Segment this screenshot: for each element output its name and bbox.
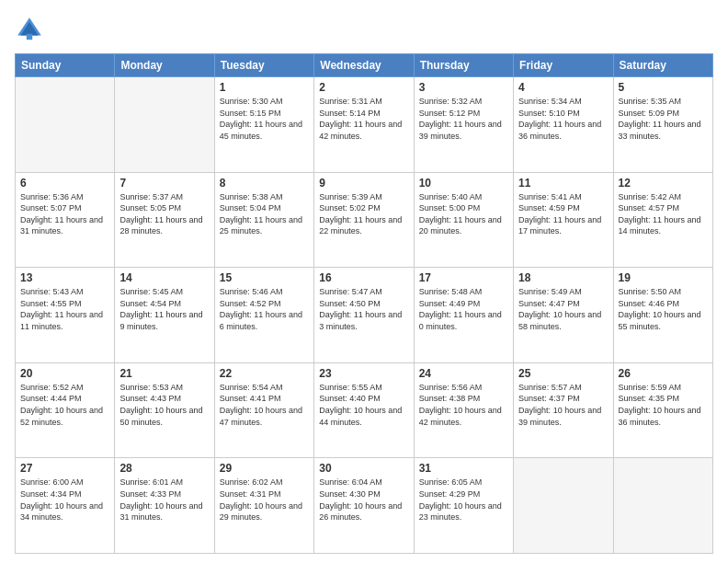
day-number: 23 xyxy=(319,367,408,380)
day-header-saturday: Saturday xyxy=(613,54,712,77)
day-number: 2 xyxy=(319,81,408,94)
day-number: 16 xyxy=(319,271,408,284)
day-number: 24 xyxy=(419,367,508,380)
calendar-cell: 15Sunrise: 5:46 AM Sunset: 4:52 PM Dayli… xyxy=(214,268,313,363)
day-number: 25 xyxy=(518,367,608,380)
day-number: 28 xyxy=(119,462,209,475)
calendar-week-row: 6Sunrise: 5:36 AM Sunset: 5:07 PM Daylig… xyxy=(16,172,713,268)
calendar-cell: 14Sunrise: 5:45 AM Sunset: 4:54 PM Dayli… xyxy=(115,268,214,363)
day-info: Sunrise: 5:41 AM Sunset: 4:59 PM Dayligh… xyxy=(518,191,608,237)
calendar-table: SundayMondayTuesdayWednesdayThursdayFrid… xyxy=(15,53,713,554)
day-number: 22 xyxy=(220,367,309,380)
day-info: Sunrise: 5:34 AM Sunset: 5:10 PM Dayligh… xyxy=(518,96,608,142)
header xyxy=(15,15,713,44)
day-number: 12 xyxy=(619,177,708,190)
day-info: Sunrise: 5:31 AM Sunset: 5:14 PM Dayligh… xyxy=(319,96,408,142)
calendar-cell: 19Sunrise: 5:50 AM Sunset: 4:46 PM Dayli… xyxy=(613,268,712,363)
day-info: Sunrise: 5:57 AM Sunset: 4:37 PM Dayligh… xyxy=(518,382,608,428)
day-info: Sunrise: 5:36 AM Sunset: 5:07 PM Dayligh… xyxy=(20,191,109,237)
day-info: Sunrise: 5:45 AM Sunset: 4:54 PM Dayligh… xyxy=(119,286,209,332)
logo-icon xyxy=(15,15,44,44)
day-info: Sunrise: 5:40 AM Sunset: 5:00 PM Dayligh… xyxy=(419,191,508,237)
calendar-cell: 5Sunrise: 5:35 AM Sunset: 5:09 PM Daylig… xyxy=(613,77,712,173)
calendar-cell: 1Sunrise: 5:30 AM Sunset: 5:15 PM Daylig… xyxy=(214,77,313,173)
day-number: 30 xyxy=(319,462,408,475)
calendar-cell: 24Sunrise: 5:56 AM Sunset: 4:38 PM Dayli… xyxy=(414,362,513,458)
calendar-cell: 21Sunrise: 5:53 AM Sunset: 4:43 PM Dayli… xyxy=(115,362,214,458)
calendar-cell: 11Sunrise: 5:41 AM Sunset: 4:59 PM Dayli… xyxy=(514,172,613,268)
logo xyxy=(15,15,48,44)
calendar-week-row: 27Sunrise: 6:00 AM Sunset: 4:34 PM Dayli… xyxy=(16,458,713,554)
day-info: Sunrise: 5:52 AM Sunset: 4:44 PM Dayligh… xyxy=(20,382,109,428)
day-header-monday: Monday xyxy=(115,54,214,77)
day-number: 19 xyxy=(619,271,708,284)
calendar-cell xyxy=(514,458,613,554)
day-info: Sunrise: 5:32 AM Sunset: 5:12 PM Dayligh… xyxy=(419,96,508,142)
day-info: Sunrise: 5:43 AM Sunset: 4:55 PM Dayligh… xyxy=(20,286,109,332)
day-info: Sunrise: 6:02 AM Sunset: 4:31 PM Dayligh… xyxy=(220,477,309,523)
calendar-cell: 6Sunrise: 5:36 AM Sunset: 5:07 PM Daylig… xyxy=(16,172,115,268)
day-number: 21 xyxy=(119,367,209,380)
calendar-cell: 17Sunrise: 5:48 AM Sunset: 4:49 PM Dayli… xyxy=(414,268,513,363)
day-header-sunday: Sunday xyxy=(16,54,115,77)
day-info: Sunrise: 5:49 AM Sunset: 4:47 PM Dayligh… xyxy=(518,286,608,332)
day-number: 4 xyxy=(518,81,608,94)
day-info: Sunrise: 5:35 AM Sunset: 5:09 PM Dayligh… xyxy=(619,96,708,142)
day-number: 18 xyxy=(518,271,608,284)
day-info: Sunrise: 6:05 AM Sunset: 4:29 PM Dayligh… xyxy=(419,477,508,523)
calendar-week-row: 1Sunrise: 5:30 AM Sunset: 5:15 PM Daylig… xyxy=(16,77,713,173)
day-number: 7 xyxy=(119,177,209,190)
day-header-thursday: Thursday xyxy=(414,54,513,77)
calendar-cell: 25Sunrise: 5:57 AM Sunset: 4:37 PM Dayli… xyxy=(514,362,613,458)
day-number: 10 xyxy=(419,177,508,190)
calendar-cell: 10Sunrise: 5:40 AM Sunset: 5:00 PM Dayli… xyxy=(414,172,513,268)
calendar-week-row: 13Sunrise: 5:43 AM Sunset: 4:55 PM Dayli… xyxy=(16,268,713,363)
calendar-cell: 16Sunrise: 5:47 AM Sunset: 4:50 PM Dayli… xyxy=(314,268,414,363)
calendar-cell: 27Sunrise: 6:00 AM Sunset: 4:34 PM Dayli… xyxy=(16,458,115,554)
day-info: Sunrise: 5:54 AM Sunset: 4:41 PM Dayligh… xyxy=(220,382,309,428)
day-info: Sunrise: 5:30 AM Sunset: 5:15 PM Dayligh… xyxy=(220,96,309,142)
calendar-cell: 2Sunrise: 5:31 AM Sunset: 5:14 PM Daylig… xyxy=(314,77,414,173)
day-number: 15 xyxy=(220,271,309,284)
day-number: 27 xyxy=(20,462,109,475)
calendar-cell: 3Sunrise: 5:32 AM Sunset: 5:12 PM Daylig… xyxy=(414,77,513,173)
day-info: Sunrise: 5:47 AM Sunset: 4:50 PM Dayligh… xyxy=(319,286,408,332)
calendar-cell: 31Sunrise: 6:05 AM Sunset: 4:29 PM Dayli… xyxy=(414,458,513,554)
day-number: 6 xyxy=(20,177,109,190)
day-number: 11 xyxy=(518,177,608,190)
day-info: Sunrise: 5:48 AM Sunset: 4:49 PM Dayligh… xyxy=(419,286,508,332)
day-header-friday: Friday xyxy=(514,54,613,77)
day-info: Sunrise: 5:50 AM Sunset: 4:46 PM Dayligh… xyxy=(619,286,708,332)
calendar-cell xyxy=(16,77,115,173)
day-header-tuesday: Tuesday xyxy=(214,54,313,77)
day-info: Sunrise: 5:53 AM Sunset: 4:43 PM Dayligh… xyxy=(119,382,209,428)
calendar-cell: 20Sunrise: 5:52 AM Sunset: 4:44 PM Dayli… xyxy=(16,362,115,458)
calendar-cell xyxy=(115,77,214,173)
day-number: 5 xyxy=(619,81,708,94)
day-info: Sunrise: 6:00 AM Sunset: 4:34 PM Dayligh… xyxy=(20,477,109,523)
calendar-cell: 9Sunrise: 5:39 AM Sunset: 5:02 PM Daylig… xyxy=(314,172,414,268)
day-number: 13 xyxy=(20,271,109,284)
day-number: 3 xyxy=(419,81,508,94)
calendar-cell: 23Sunrise: 5:55 AM Sunset: 4:40 PM Dayli… xyxy=(314,362,414,458)
day-info: Sunrise: 5:55 AM Sunset: 4:40 PM Dayligh… xyxy=(319,382,408,428)
calendar-cell: 18Sunrise: 5:49 AM Sunset: 4:47 PM Dayli… xyxy=(514,268,613,363)
day-info: Sunrise: 5:46 AM Sunset: 4:52 PM Dayligh… xyxy=(220,286,309,332)
day-info: Sunrise: 5:37 AM Sunset: 5:05 PM Dayligh… xyxy=(119,191,209,237)
day-header-wednesday: Wednesday xyxy=(314,54,414,77)
calendar-cell: 28Sunrise: 6:01 AM Sunset: 4:33 PM Dayli… xyxy=(115,458,214,554)
day-info: Sunrise: 6:01 AM Sunset: 4:33 PM Dayligh… xyxy=(119,477,209,523)
day-number: 9 xyxy=(319,177,408,190)
day-number: 29 xyxy=(220,462,309,475)
day-number: 26 xyxy=(619,367,708,380)
day-number: 31 xyxy=(419,462,508,475)
day-number: 8 xyxy=(220,177,309,190)
calendar-cell: 7Sunrise: 5:37 AM Sunset: 5:05 PM Daylig… xyxy=(115,172,214,268)
day-info: Sunrise: 5:42 AM Sunset: 4:57 PM Dayligh… xyxy=(619,191,708,237)
page: SundayMondayTuesdayWednesdayThursdayFrid… xyxy=(0,0,728,563)
day-number: 1 xyxy=(220,81,309,94)
calendar-cell: 12Sunrise: 5:42 AM Sunset: 4:57 PM Dayli… xyxy=(613,172,712,268)
calendar-cell: 8Sunrise: 5:38 AM Sunset: 5:04 PM Daylig… xyxy=(214,172,313,268)
calendar-cell xyxy=(613,458,712,554)
calendar-cell: 29Sunrise: 6:02 AM Sunset: 4:31 PM Dayli… xyxy=(214,458,313,554)
